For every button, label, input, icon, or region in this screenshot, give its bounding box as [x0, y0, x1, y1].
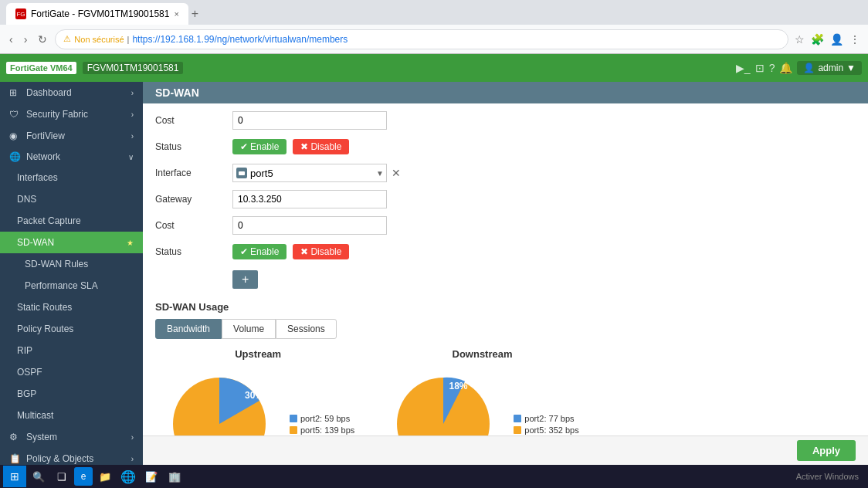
extensions-icon[interactable]: 🧩: [809, 32, 826, 47]
sidebar-item-security-fabric[interactable]: 🛡 Security Fabric ›: [0, 103, 143, 125]
cost-input-1[interactable]: [232, 111, 387, 130]
tab-close-btn[interactable]: ×: [174, 9, 178, 19]
interface-row: Interface port5 ▼ ✕: [155, 162, 856, 184]
sidebar-item-bgp[interactable]: BGP: [0, 383, 143, 405]
bookmark-icon[interactable]: ☆: [793, 32, 806, 47]
dashboard-icon: ⊞: [9, 87, 22, 98]
app-btn-2[interactable]: 🏢: [164, 466, 185, 487]
sidebar-item-sdwan-rules[interactable]: SD-WAN Rules: [0, 253, 143, 275]
sidebar-item-network[interactable]: 🌐 Network ∨: [0, 147, 143, 167]
browser2-btn[interactable]: 🌐: [117, 466, 139, 487]
svg-text:30%: 30%: [245, 390, 263, 401]
interface-select[interactable]: port5 ▼: [232, 164, 387, 182]
windows-taskbar: ⊞ 🔍 ❑ e 📁 🌐 📝 🏢 Activer Windows: [0, 465, 868, 488]
status-buttons-2: ✔ Enable ✖ Disable: [232, 244, 349, 259]
sidebar-label-fortiview: FortiView: [26, 130, 65, 141]
user-arrow: ▼: [846, 63, 856, 73]
sidebar-label-network: Network: [26, 151, 60, 162]
app-btn-1[interactable]: 📝: [141, 466, 162, 487]
fortiview-arrow: ›: [131, 132, 134, 141]
downstream-chart-wrapper: 18% 82% port2: 77 bps: [385, 366, 578, 435]
apply-bar: Apply: [143, 435, 868, 465]
cost-input-2[interactable]: [232, 216, 387, 235]
enable-icon-2: ✔: [240, 246, 248, 257]
edge-btn[interactable]: e: [74, 467, 93, 486]
status-label-1: Status: [155, 141, 232, 152]
sidebar-item-rip[interactable]: RIP: [0, 340, 143, 361]
cost-label-1: Cost: [155, 115, 232, 126]
downstream-legend: port2: 77 bps port5: 352 bps: [514, 414, 578, 436]
add-member-btn[interactable]: +: [232, 270, 258, 289]
help-icon[interactable]: ?: [769, 62, 775, 74]
enable-btn-1[interactable]: ✔ Enable: [232, 139, 287, 154]
sidebar-item-dns[interactable]: DNS: [0, 188, 143, 210]
expand-icon[interactable]: ⊡: [755, 62, 765, 74]
fg-hostname: FGVM01TM19001581: [83, 62, 184, 74]
alerts-icon[interactable]: 🔔: [779, 62, 792, 74]
start-btn[interactable]: ⊞: [3, 466, 26, 487]
sidebar-item-packet-capture[interactable]: Packet Capture: [0, 210, 143, 232]
sidebar-label-static-routes: Static Routes: [17, 302, 72, 313]
upstream-legend: port2: 59 bps port5: 139 bps: [290, 414, 354, 436]
sidebar-item-dashboard[interactable]: ⊞ Dashboard ›: [0, 82, 143, 103]
sdwan-section-header: SD-WAN: [143, 82, 868, 103]
address-bar-input[interactable]: ⚠ Non sécurisé | https://192.168.1.99/ng…: [55, 29, 788, 49]
menu-icon[interactable]: ⋮: [848, 32, 862, 47]
refresh-btn[interactable]: ↻: [35, 32, 50, 47]
sidebar-label-ospf: OSPF: [17, 367, 42, 378]
security-fabric-arrow: ›: [131, 110, 134, 119]
usage-section: SD-WAN Usage Bandwidth Volume Sessions U…: [143, 295, 868, 435]
sidebar-item-multicast[interactable]: Multicast: [0, 405, 143, 426]
new-tab-btn[interactable]: +: [192, 7, 198, 21]
disable-btn-2[interactable]: ✖ Disable: [293, 244, 349, 259]
tab-volume[interactable]: Volume: [222, 319, 276, 339]
search-btn[interactable]: 🔍: [28, 466, 49, 487]
enable-btn-2[interactable]: ✔ Enable: [232, 244, 287, 259]
apply-btn[interactable]: Apply: [797, 440, 856, 461]
interface-remove-btn[interactable]: ✕: [390, 165, 402, 181]
sidebar-item-system[interactable]: ⚙ System ›: [0, 426, 143, 448]
browser-tab[interactable]: FG FortiGate - FGVM01TM19001581 ×: [6, 3, 188, 25]
sidebar-item-policy-routes[interactable]: Policy Routes: [0, 318, 143, 340]
content-area: SD-WAN Cost Status ✔ Enable: [143, 82, 868, 435]
upstream-legend-item-1: port5: 139 bps: [290, 425, 354, 435]
file-explorer-btn[interactable]: 📁: [94, 466, 116, 487]
status-label-2: Status: [155, 246, 232, 257]
upstream-legend-label-1: port5: 139 bps: [300, 425, 354, 435]
downstream-legend-dot-0: [514, 415, 521, 422]
charts-row: Upstream 30%: [155, 348, 856, 435]
upstream-pie-chart: 30% 70%: [161, 366, 277, 435]
form-section: Cost Status ✔ Enable ✖ Disable: [143, 103, 868, 295]
profile-icon[interactable]: 👤: [829, 32, 845, 47]
sidebar-item-fortiview[interactable]: ◉ FortiView ›: [0, 125, 143, 147]
sidebar-item-sdwan[interactable]: SD-WAN ★: [0, 232, 143, 253]
sidebar-item-interfaces[interactable]: Interfaces: [0, 167, 143, 188]
disable-btn-1[interactable]: ✖ Disable: [293, 139, 349, 154]
user-menu[interactable]: 👤 admin ▼: [797, 61, 862, 75]
back-btn[interactable]: ‹: [6, 32, 16, 47]
security-fabric-icon: 🛡: [9, 109, 22, 120]
forward-btn[interactable]: ›: [21, 32, 31, 47]
gateway-input[interactable]: [232, 190, 387, 208]
fortigate-header: FortiGate VM64 FGVM01TM19001581 ▶_ ⊡ ? 🔔…: [0, 54, 868, 82]
interface-dropdown-arrow: ▼: [374, 169, 386, 178]
user-icon: 👤: [803, 63, 815, 73]
windows-activation-text: Activer Windows: [796, 472, 859, 481]
terminal-icon[interactable]: ▶_: [736, 62, 751, 74]
sidebar-label-rip: RIP: [17, 345, 32, 356]
sidebar-item-ospf[interactable]: OSPF: [0, 361, 143, 383]
fg-logo: FortiGate VM64: [6, 62, 76, 74]
sidebar-label-security-fabric: Security Fabric: [26, 109, 88, 120]
downstream-legend-item-1: port5: 352 bps: [514, 425, 578, 435]
warning-icon: ⚠: [63, 34, 71, 44]
tab-bandwidth[interactable]: Bandwidth: [155, 319, 222, 339]
tab-sessions[interactable]: Sessions: [276, 319, 337, 339]
sidebar-item-static-routes[interactable]: Static Routes: [0, 297, 143, 318]
sidebar-item-performance-sla[interactable]: Performance SLA: [0, 275, 143, 297]
downstream-legend-label-0: port2: 77 bps: [524, 414, 574, 423]
sidebar-label-interfaces: Interfaces: [17, 172, 58, 183]
policy-icon: 📋: [9, 453, 22, 464]
sidebar-item-policy-objects[interactable]: 📋 Policy & Objects ›: [0, 448, 143, 465]
task-view-btn[interactable]: ❑: [51, 466, 73, 487]
svg-text:18%: 18%: [449, 381, 468, 391]
